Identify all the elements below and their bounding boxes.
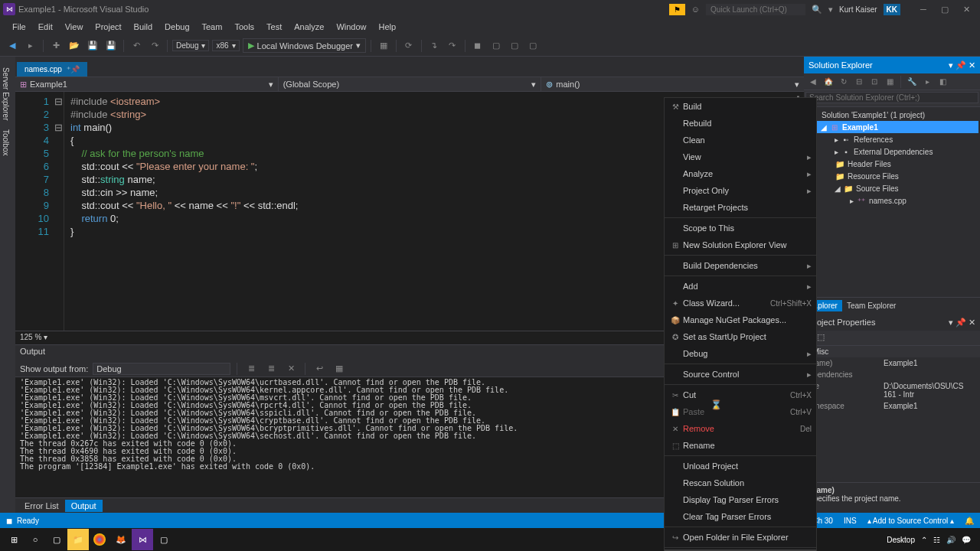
tray-notif-icon[interactable]: 💬 bbox=[962, 536, 971, 544]
output-tool-3[interactable]: ▦ bbox=[332, 361, 347, 377]
output-tool-2[interactable]: ≣ bbox=[263, 361, 279, 377]
ctx-retarget-projects[interactable]: Retarget Projects bbox=[665, 199, 816, 216]
ctx-open-folder-in-file-explorer[interactable]: ↪Open Folder in File Explorer bbox=[665, 529, 816, 546]
ctx-rename[interactable]: ⬚Rename bbox=[665, 437, 816, 454]
fold-gutter[interactable]: ⊟⊟ bbox=[54, 92, 64, 331]
menu-project[interactable]: Project bbox=[89, 21, 127, 33]
output-tab[interactable]: Output bbox=[65, 500, 103, 512]
se-tab-team[interactable]: Team Explorer bbox=[842, 300, 900, 311]
ctx-clear-tag-parser-errors[interactable]: Clear Tag Parser Errors bbox=[665, 508, 816, 525]
ctx-set-as-startup-project[interactable]: ✪Set as StartUp Project bbox=[665, 328, 816, 345]
server-explorer-tab[interactable]: Server Explorer bbox=[0, 63, 15, 125]
panel-dropdown-icon[interactable]: ▾ bbox=[949, 60, 953, 70]
se-search-input[interactable] bbox=[805, 92, 978, 103]
tool-5[interactable]: ▢ bbox=[525, 38, 541, 54]
forward-button[interactable]: ▸ bbox=[23, 38, 38, 54]
ctx-debug[interactable]: Debug▸ bbox=[665, 345, 816, 362]
error-list-tab[interactable]: Error List bbox=[18, 500, 65, 512]
save-all-button[interactable]: 💾 bbox=[103, 38, 119, 54]
se-showall-button[interactable]: ▦ bbox=[884, 76, 896, 88]
ctx-unload-project[interactable]: Unload Project bbox=[665, 458, 816, 474]
new-project-button[interactable]: ✚ bbox=[48, 38, 64, 54]
nav-member[interactable]: ⊚main()▾ bbox=[541, 77, 804, 91]
menu-build[interactable]: Build bbox=[128, 21, 158, 33]
step-over-button[interactable]: ↷ bbox=[445, 38, 460, 54]
ctx-scope-to-this[interactable]: Scope to This bbox=[665, 220, 816, 236]
close-button[interactable]: ✕ bbox=[956, 2, 977, 17]
ctx-rescan-solution[interactable]: Rescan Solution bbox=[665, 474, 816, 491]
output-wrap-button[interactable]: ↩ bbox=[312, 361, 327, 377]
pin-icon[interactable]: ⁺📌 bbox=[67, 65, 80, 73]
redo-button[interactable]: ↷ bbox=[147, 38, 162, 54]
taskbar-desktop[interactable]: Desktop bbox=[887, 536, 915, 544]
platform-combo[interactable]: x86▾ bbox=[212, 40, 239, 51]
search-icon[interactable]: 🔍 bbox=[812, 5, 822, 15]
ctx-analyze[interactable]: Analyze▸ bbox=[665, 165, 816, 182]
menu-view[interactable]: View bbox=[59, 21, 90, 33]
file-explorer-button[interactable]: 📁 bbox=[67, 529, 89, 550]
menu-test[interactable]: Test bbox=[260, 21, 288, 33]
panel-pin-icon[interactable]: 📌 bbox=[956, 60, 966, 70]
ctx-class-wizard-[interactable]: ✦Class Wizard...Ctrl+Shift+X bbox=[665, 295, 816, 311]
ctx-rebuild[interactable]: Rebuild bbox=[665, 115, 816, 132]
nav-scope[interactable]: (Global Scope)▾ bbox=[279, 77, 542, 91]
menu-debug[interactable]: Debug bbox=[158, 21, 195, 33]
ctx-clean[interactable]: Clean bbox=[665, 132, 816, 148]
output-tool-1[interactable]: ≣ bbox=[243, 361, 259, 377]
config-combo[interactable]: Debug▾ bbox=[172, 40, 209, 51]
menu-window[interactable]: Window bbox=[330, 21, 372, 33]
props-grid[interactable]: ▾ Misc (Name)Example1 ...pendencies ...l… bbox=[804, 346, 980, 482]
ctx-paste[interactable]: 📋PasteCtrl+V bbox=[665, 403, 816, 420]
props-dropdown-icon[interactable]: ▾ bbox=[949, 318, 953, 327]
vs-taskbar-button[interactable]: ⋈ bbox=[132, 529, 153, 550]
se-back-button[interactable]: ◀ bbox=[807, 76, 819, 88]
ctx-manage-nuget-packages-[interactable]: 📦Manage NuGet Packages... bbox=[665, 311, 816, 328]
solution-tree[interactable]: ▪Solution 'Example1' (1 project) ◢⊞Examp… bbox=[804, 107, 980, 297]
ctx-add[interactable]: Add▸ bbox=[665, 278, 816, 295]
menu-team[interactable]: Team bbox=[196, 21, 229, 33]
menu-edit[interactable]: Edit bbox=[32, 21, 59, 33]
props-close-icon[interactable]: ✕ bbox=[969, 318, 975, 327]
menu-file[interactable]: File bbox=[6, 21, 32, 33]
output-source-combo[interactable]: Debug bbox=[93, 363, 230, 375]
maximize-button[interactable]: ▢ bbox=[934, 2, 956, 17]
feedback-icon[interactable]: ☺ bbox=[691, 5, 700, 14]
step-into-button[interactable]: ↴ bbox=[426, 38, 442, 54]
firefox-button[interactable]: 🦊 bbox=[110, 529, 132, 550]
breakpoint-button[interactable]: ◼ bbox=[470, 38, 485, 54]
menu-analyze[interactable]: Analyze bbox=[288, 21, 330, 33]
panel-close-icon[interactable]: ✕ bbox=[969, 60, 975, 70]
down-icon[interactable]: ▾ bbox=[828, 5, 833, 15]
menu-help[interactable]: Help bbox=[373, 21, 403, 33]
ctx-build-dependencies[interactable]: Build Dependencies▸ bbox=[665, 257, 816, 274]
status-add-source[interactable]: ▴ Add to Source Control ▴ bbox=[867, 517, 954, 525]
ctx-cut[interactable]: ✂CutCtrl+X bbox=[665, 386, 816, 403]
start-button[interactable]: ⊞ bbox=[3, 529, 24, 550]
cortana-button[interactable]: ○ bbox=[24, 529, 46, 550]
ctx-build[interactable]: ⚒Build bbox=[665, 98, 816, 115]
tray-up-icon[interactable]: ⌃ bbox=[921, 536, 927, 544]
terminal-button[interactable]: ▢ bbox=[153, 529, 175, 550]
se-tool-button-3[interactable]: ◧ bbox=[936, 76, 949, 88]
se-refresh-button[interactable]: ↻ bbox=[838, 76, 850, 88]
back-button[interactable]: ◀ bbox=[5, 38, 20, 54]
ctx-display-tag-parser-errors[interactable]: Display Tag Parser Errors bbox=[665, 491, 816, 508]
undo-button[interactable]: ↶ bbox=[129, 38, 144, 54]
status-bell-icon[interactable]: 🔔 bbox=[965, 517, 974, 525]
se-home-button[interactable]: 🏠 bbox=[822, 76, 835, 88]
tool-1[interactable]: ▦ bbox=[376, 38, 391, 54]
file-tab-names[interactable]: names.cpp⁺📌 bbox=[17, 62, 87, 77]
tool-3[interactable]: ▢ bbox=[488, 38, 504, 54]
chrome-button[interactable] bbox=[89, 529, 110, 550]
user-avatar[interactable]: KK bbox=[884, 4, 900, 15]
se-tool-button[interactable]: 🔧 bbox=[906, 76, 918, 88]
ctx-view[interactable]: View▸ bbox=[665, 148, 816, 165]
ctx-project-only[interactable]: Project Only▸ bbox=[665, 182, 816, 199]
props-sort-button[interactable]: ⬚ bbox=[817, 332, 825, 344]
tool-2[interactable]: ⟳ bbox=[401, 38, 416, 54]
save-button[interactable]: 💾 bbox=[85, 38, 100, 54]
tool-4[interactable]: ▢ bbox=[507, 38, 522, 54]
toolbox-tab[interactable]: Toolbox bbox=[0, 125, 15, 160]
se-collapse-button[interactable]: ⊟ bbox=[853, 76, 865, 88]
notification-flag[interactable]: ⚑ bbox=[669, 4, 685, 15]
